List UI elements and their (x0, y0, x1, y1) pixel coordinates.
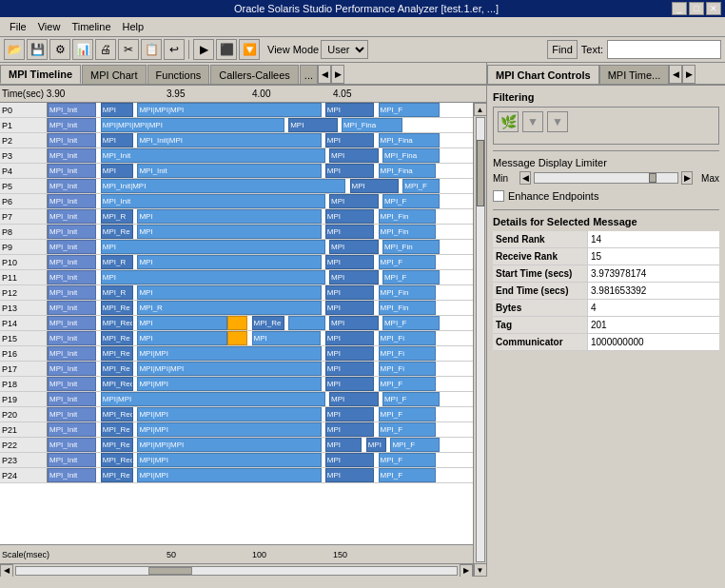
mpi-block[interactable]: MPI (325, 453, 374, 467)
scrollbar-vertical[interactable]: ▲ ▼ (473, 103, 486, 577)
mpi-block[interactable]: MPI_Re (252, 316, 284, 330)
scroll-track-h[interactable] (15, 566, 458, 576)
scroll-down-btn[interactable]: ▼ (474, 563, 487, 577)
mpi-block[interactable]: MPI (350, 179, 399, 193)
scroll-thumb-h[interactable] (148, 567, 192, 575)
mpi-block[interactable]: MPI_Re (101, 422, 133, 437)
mpi-block[interactable]: MPI_F (379, 468, 436, 482)
mpi-block[interactable]: MPI (101, 133, 133, 147)
tab-mpi-time[interactable]: MPI Time... (599, 65, 670, 84)
mpi-block[interactable]: MPI_Init|MPI (101, 179, 345, 193)
menu-timeline[interactable]: Timeline (66, 19, 116, 34)
window-controls[interactable]: _ □ ✕ (672, 2, 721, 15)
mpi-block[interactable]: MPI_Re (101, 468, 133, 482)
mpi-block[interactable]: MPI (325, 438, 362, 452)
mpi-block[interactable]: MPI_Fi (379, 362, 436, 376)
mpi-block[interactable]: MPI|MPI (137, 453, 321, 467)
mpi-block[interactable]: MPI|MPI (137, 422, 321, 437)
mpi-block[interactable]: MPI (101, 240, 325, 254)
toolbar-btn-7[interactable]: 📋 (141, 39, 162, 60)
mpi-block[interactable]: MPI_F (379, 255, 436, 269)
toolbar-btn-6[interactable]: ✂ (118, 39, 139, 60)
mpi-block[interactable]: MPI_Re (101, 225, 133, 239)
mpi-block[interactable]: MPI (137, 331, 226, 345)
mpi-block[interactable]: MPI (366, 438, 386, 452)
mpi-block[interactable]: MPI|MPI (137, 407, 321, 421)
toolbar-btn-10[interactable]: ⬛ (216, 39, 237, 60)
mpi-block[interactable]: MPI_Init (48, 331, 96, 345)
mpi-block[interactable]: MPI|MPI|MPI (137, 438, 321, 452)
mpi-block[interactable]: MPI_Init|MPI (137, 133, 321, 147)
tab-mpi-chart-controls[interactable]: MPI Chart Controls (487, 65, 599, 84)
filter-icon-3[interactable]: ▼ (547, 111, 568, 132)
mpi-block[interactable]: MPI (325, 103, 374, 117)
tab-mpi-chart[interactable]: MPI Chart (82, 65, 147, 84)
mpi-block[interactable] (288, 316, 325, 330)
find-input[interactable] (607, 40, 721, 59)
mpi-block[interactable]: MPI|MPI (137, 377, 321, 391)
mpi-block[interactable]: MPI (137, 209, 321, 224)
mpi-block[interactable]: MPI_Init (48, 362, 96, 376)
mpi-block[interactable]: MPI_F (379, 377, 436, 391)
mpi-block[interactable]: MPI (325, 468, 374, 482)
mpi-block[interactable]: MPI_F (382, 316, 440, 330)
mpi-block[interactable]: MPI_Init (48, 377, 96, 391)
mpi-block[interactable]: MPI_Fi (379, 331, 436, 345)
mpi-block[interactable]: MPI (137, 225, 321, 239)
mpi-block[interactable]: MPI (329, 194, 378, 208)
mpi-block[interactable]: MPI_Init (48, 118, 96, 132)
mpi-block[interactable]: MPI_F (402, 179, 440, 193)
slider-track[interactable] (534, 172, 678, 184)
slider-arrow-right[interactable]: ▶ (681, 171, 693, 185)
mpi-block[interactable]: MPI (329, 240, 378, 254)
mpi-block[interactable]: MPI_Re (101, 346, 133, 361)
mpi-block[interactable]: MPI_Fin (379, 285, 436, 300)
mpi-block[interactable]: MPI (329, 392, 378, 406)
mpi-block[interactable] (227, 316, 247, 330)
mpi-block[interactable]: MPI_Fina (342, 118, 402, 132)
mpi-block[interactable]: MPI|MPI|MPI|MPI (101, 118, 284, 132)
mpi-block[interactable]: MPI_Fin (379, 225, 436, 239)
toolbar-btn-2[interactable]: 💾 (27, 39, 48, 60)
tab-functions[interactable]: Functions (147, 65, 210, 84)
mpi-block[interactable]: MPI|MPI (101, 392, 325, 406)
mpi-block[interactable]: MPI (329, 316, 378, 330)
mpi-block[interactable]: MPI_Fin (382, 240, 440, 254)
mpi-block[interactable]: MPI_Fina (382, 148, 440, 163)
mpi-block[interactable]: MPI (101, 164, 133, 178)
mpi-block[interactable]: MPI (329, 148, 378, 163)
slider-thumb[interactable] (649, 173, 656, 183)
mpi-block[interactable]: MPI_Re (101, 438, 133, 452)
mpi-block[interactable]: MPI_Init (48, 407, 96, 421)
find-button[interactable]: Find (547, 40, 577, 59)
mpi-block[interactable]: MPI_Init (48, 270, 96, 284)
mpi-block[interactable]: MPI (325, 377, 374, 391)
mpi-block[interactable]: MPI (325, 407, 374, 421)
tab-mpi-timeline[interactable]: MPI Timeline (0, 65, 81, 84)
mpi-block[interactable]: MPI_F (379, 453, 436, 467)
toolbar-btn-5[interactable]: 🖨 (95, 39, 116, 60)
slider-arrow-left[interactable]: ◀ (519, 171, 531, 185)
mpi-block[interactable]: MPI_F (379, 422, 436, 437)
mpi-block[interactable]: MPI (137, 255, 321, 269)
timeline-content[interactable]: P0MPI_InitMPIMPI|MPI|MPIMPIMPI_FP1MPI_In… (0, 103, 473, 544)
filter-icon-2[interactable]: ▼ (522, 111, 543, 132)
toolbar-btn-3[interactable]: ⚙ (49, 39, 70, 60)
minimize-button[interactable]: _ (672, 2, 687, 15)
mpi-block[interactable]: MPI_Init (48, 438, 96, 452)
toolbar-btn-8[interactable]: ↩ (164, 39, 185, 60)
right-tab-scroll-right[interactable]: ▶ (682, 65, 696, 84)
enhance-endpoints-checkbox[interactable] (493, 190, 504, 202)
mpi-block[interactable]: MPI (101, 270, 325, 284)
mpi-block[interactable]: MPI_Fi (379, 346, 436, 361)
mpi-block[interactable]: MPI (325, 209, 374, 224)
mpi-block[interactable]: MPI_R (137, 301, 321, 315)
mpi-block[interactable]: MPI (325, 346, 374, 361)
mpi-block[interactable]: MPI_F (382, 194, 440, 208)
tab-scroll-left[interactable]: ◀ (318, 65, 331, 84)
scrollbar-horizontal[interactable]: ◀ ▶ (0, 563, 473, 577)
mpi-block[interactable]: MPI_Init (48, 453, 96, 467)
mpi-block[interactable]: MPI_Re (101, 362, 133, 376)
tab-more[interactable]: ... (300, 65, 318, 84)
mpi-block[interactable]: MPI_Init (48, 133, 96, 147)
